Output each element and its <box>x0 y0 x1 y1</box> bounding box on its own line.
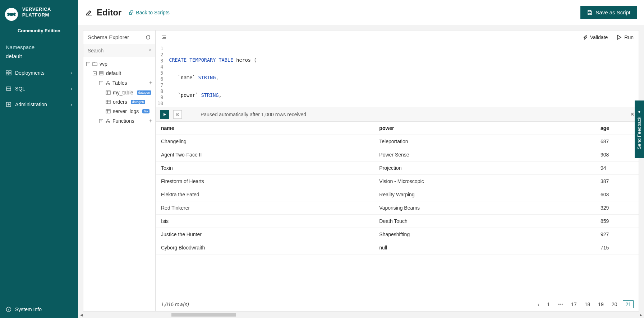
cell-name: Elektra the Fated <box>156 188 374 201</box>
schema-search-input[interactable] <box>83 44 155 57</box>
pager-page[interactable]: 1 <box>545 301 552 308</box>
table-name: orders <box>113 99 127 105</box>
system-info-label: System Info <box>15 307 42 312</box>
close-results-icon[interactable]: × <box>630 111 634 118</box>
edition-label: Community Edition <box>0 26 78 41</box>
run-label: Run <box>624 34 634 40</box>
pager-prev[interactable]: ‹ <box>535 301 542 308</box>
schema-tree: − vvp − default − Tables + my_ta <box>83 57 155 311</box>
scroll-right-icon[interactable]: ▸ <box>638 312 644 318</box>
svg-rect-1 <box>6 71 8 73</box>
svg-rect-2 <box>9 71 11 73</box>
cell-power: Teleportation <box>374 135 595 148</box>
add-function-icon[interactable]: + <box>149 118 152 124</box>
table-row[interactable]: Agent Two-Face IIPower Sense908 <box>156 148 639 162</box>
pager-page[interactable]: 17 <box>569 301 579 308</box>
format-icon[interactable] <box>161 35 167 40</box>
col-name: name <box>156 122 374 135</box>
pager-page[interactable]: 18 <box>583 301 593 308</box>
add-table-icon[interactable]: + <box>149 80 152 86</box>
cell-name: Isis <box>156 215 374 228</box>
cell-name: Justice the Hunter <box>156 228 374 241</box>
sql-icon <box>6 86 12 92</box>
table-row[interactable]: Cyborg Bloodwraithnull715 <box>156 241 639 254</box>
tree-functions[interactable]: + Functions + <box>83 116 155 126</box>
logo-icon <box>4 6 19 22</box>
table-row[interactable]: IsisDeath Touch859 <box>156 215 639 228</box>
svg-rect-12 <box>106 91 110 94</box>
connector-tag: datagen <box>131 100 146 104</box>
tree-tables[interactable]: − Tables + <box>83 78 155 88</box>
validate-label: Validate <box>590 34 608 40</box>
resume-button[interactable] <box>160 110 169 119</box>
main: Editor Back to Scripts Save as Script Sc… <box>78 0 644 318</box>
validate-button[interactable]: Validate <box>582 34 608 40</box>
nav-deployments[interactable]: Deployments › <box>0 65 78 81</box>
cell-name: Changeling <box>156 135 374 148</box>
schema-panel: Schema Explorer × − vvp − default <box>83 30 156 312</box>
scroll-left-icon[interactable]: ◂ <box>78 312 84 318</box>
table-name: my_table <box>113 90 133 95</box>
expand-icon[interactable]: + <box>99 119 103 123</box>
refresh-icon[interactable] <box>145 34 151 40</box>
table-icon <box>106 90 111 95</box>
col-power: power <box>374 122 595 135</box>
feedback-tab[interactable]: Send Feedback ✦ <box>635 100 644 158</box>
nav-label: Administration <box>15 102 47 107</box>
table-row[interactable]: ToxinProjection94 <box>156 162 639 175</box>
save-button[interactable]: Save as Script <box>580 6 637 19</box>
functions-icon <box>105 118 110 123</box>
table-row[interactable]: ChangelingTeleportation687 <box>156 135 639 148</box>
results-bar: ⊘ Paused automatically after 1,000 rows … <box>156 107 639 122</box>
save-icon <box>587 10 593 15</box>
collapse-icon[interactable]: − <box>86 62 90 66</box>
cell-age: 94 <box>595 162 639 175</box>
stop-button[interactable]: ⊘ <box>173 110 182 119</box>
table-row[interactable]: Red TinkererVaporising Beams329 <box>156 201 639 215</box>
scroll-thumb[interactable] <box>171 313 236 317</box>
namespace-value: default <box>6 53 72 59</box>
tree-table-item[interactable]: my_table datagen <box>83 88 155 97</box>
pager-page[interactable]: 19 <box>596 301 606 308</box>
system-info[interactable]: System Info <box>0 301 78 318</box>
namespace-label: Namespace <box>6 44 72 50</box>
cell-power: Power Sense <box>374 148 595 162</box>
run-icon <box>616 34 622 40</box>
cell-age: 715 <box>595 241 639 254</box>
tree-table-item[interactable]: orders datagen <box>83 97 155 107</box>
collapse-icon[interactable]: − <box>93 71 97 75</box>
results-table-wrap[interactable]: name power age ChangelingTeleportation68… <box>156 122 639 297</box>
nav-administration[interactable]: Administration › <box>0 97 78 112</box>
horizontal-scrollbar[interactable]: ◂ ▸ <box>78 312 644 318</box>
back-label: Back to Scripts <box>136 10 169 15</box>
back-icon <box>129 10 134 15</box>
cell-age: 329 <box>595 201 639 215</box>
pager-page[interactable]: 20 <box>610 301 620 308</box>
clear-search-icon[interactable]: × <box>149 47 152 53</box>
pager-ellipsis: ••• <box>556 301 565 308</box>
back-link[interactable]: Back to Scripts <box>129 10 169 15</box>
code-editor[interactable]: 123456789101112 CREATE TEMPORARY TABLE h… <box>156 44 639 107</box>
cell-name: Firestorm of Hearts <box>156 175 374 188</box>
cell-name: Agent Two-Face II <box>156 148 374 162</box>
svg-point-9 <box>107 81 109 82</box>
results-footer: 1,016 row(s) ‹ 1 ••• 17 18 19 20 21 <box>156 297 639 311</box>
collapse-icon[interactable]: − <box>99 81 103 85</box>
cell-age: 387 <box>595 175 639 188</box>
table-name: server_logs <box>113 108 139 114</box>
table-row[interactable]: Justice the HunterShapeshifting927 <box>156 228 639 241</box>
pager-page-active[interactable]: 21 <box>623 300 634 308</box>
cell-name: Red Tinkerer <box>156 201 374 215</box>
tree-table-item[interactable]: server_logs fak <box>83 107 155 116</box>
tree-catalog[interactable]: − vvp <box>83 59 155 69</box>
table-icon <box>106 99 111 104</box>
table-row[interactable]: Elektra the FatedReality Warping603 <box>156 188 639 201</box>
chevron-right-icon: › <box>70 102 72 107</box>
save-label: Save as Script <box>595 9 630 15</box>
table-row[interactable]: Firestorm of HeartsVision - Microscopic3… <box>156 175 639 188</box>
tree-database[interactable]: − default <box>83 69 155 78</box>
bug-icon: ✦ <box>637 109 642 114</box>
nav-sql[interactable]: SQL › <box>0 81 78 97</box>
run-button[interactable]: Run <box>616 34 634 40</box>
status-text: Paused automatically after 1,000 rows re… <box>201 112 306 117</box>
